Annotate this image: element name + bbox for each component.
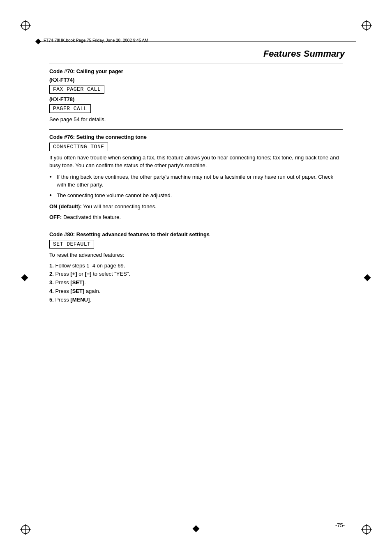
code76-on-label: ON (default): — [49, 203, 82, 210]
code76-body1: If you often have trouble when sending a… — [49, 154, 343, 170]
section-code70: Code #70: Calling your pager (KX-FT74) F… — [49, 64, 343, 124]
code80-step2: 2. Press [+] or [−] to select "YES". — [49, 270, 343, 279]
code76-off-text: OFF: Deactivated this feature. — [49, 213, 343, 221]
code80-lcd: SET DEFAULT — [49, 240, 94, 249]
divider-code70 — [49, 64, 343, 64]
page-title: Features Summary — [263, 48, 345, 59]
code76-bullet1: If the ring back tone continues, the oth… — [49, 173, 343, 189]
section-code80: Code #80: Resetting advanced features to… — [49, 227, 343, 304]
code76-off-value: Deactivated this feature. — [63, 214, 121, 220]
page-number: -75- — [335, 522, 345, 528]
divider-code76 — [49, 129, 343, 130]
corner-mark-bl — [18, 522, 33, 537]
code70-lcd1: FAX PAGER CALL — [49, 85, 104, 94]
code70-header: Code #70: Calling your pager — [49, 68, 343, 74]
corner-mark-tr — [359, 18, 374, 33]
code76-header: Code #76: Setting the connecting tone — [49, 134, 343, 140]
code70-model1-label: (KX-FT74) — [49, 77, 343, 83]
header-diamond — [35, 39, 41, 44]
corner-mark-tl — [18, 18, 33, 33]
code80-step4: 4. Press [SET] again. — [49, 287, 343, 296]
main-content: Code #70: Calling your pager (KX-FT74) F… — [49, 64, 343, 514]
divider-code80 — [49, 227, 343, 227]
code76-off-label: OFF: — [49, 214, 62, 220]
page: FT74-78HK.book Page 75 Friday, June 28, … — [0, 0, 392, 555]
code76-on-text: ON (default): You will hear connecting t… — [49, 203, 343, 211]
code70-lcd2: PAGER CALL — [49, 104, 91, 113]
left-center-diamond — [21, 274, 28, 281]
code80-step5: 5. Press [MENU]. — [49, 296, 343, 304]
section-code76: Code #76: Setting the connecting tone CO… — [49, 129, 343, 221]
header-rule: FT74-78HK.book Page 75 Friday, June 28, … — [36, 41, 356, 44]
code80-step3: 3. Press [SET]. — [49, 279, 343, 287]
file-info-text: FT74-78HK.book Page 75 Friday, June 28, … — [44, 38, 148, 43]
corner-mark-br — [359, 522, 374, 537]
code76-lcd: CONNECTING TONE — [49, 143, 108, 151]
code76-bullets: If the ring back tone continues, the oth… — [49, 173, 343, 200]
code76-on-value: You will hear connecting tones. — [83, 203, 157, 210]
code70-see-page: See page 54 for details. — [49, 115, 343, 124]
code80-step1: 1. Follow steps 1–4 on page 69. — [49, 262, 343, 270]
code80-intro: To reset the advanced features: — [49, 251, 343, 259]
code80-steps: 1. Follow steps 1–4 on page 69. 2. Press… — [49, 262, 343, 304]
code70-model2-label: (KX-FT78) — [49, 96, 343, 102]
code80-header: Code #80: Resetting advanced features to… — [49, 231, 343, 237]
code76-bullet2: The connecting tone volume cannot be adj… — [49, 191, 343, 200]
right-center-diamond — [364, 274, 371, 281]
bottom-center-diamond — [193, 525, 200, 532]
